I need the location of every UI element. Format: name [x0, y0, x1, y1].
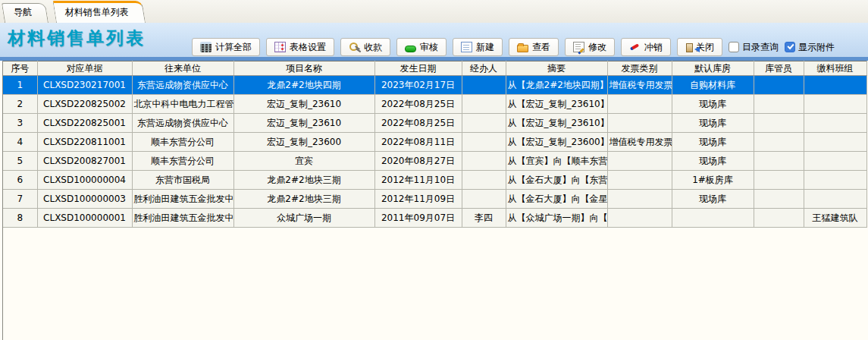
cell[interactable]: CLXSD100000003 [37, 190, 132, 209]
col-partner[interactable]: 往来单位 [132, 61, 233, 76]
cell[interactable]: 4 [3, 133, 37, 152]
cell[interactable]: 2 [3, 95, 37, 114]
col-seq[interactable]: 序号 [3, 61, 37, 76]
cell[interactable] [804, 152, 866, 171]
table-row[interactable]: 6CLXSD100000004东营市国税局龙鼎2#2地块三期2012年11月10… [3, 171, 866, 190]
writeoff-button[interactable]: 冲销 [621, 38, 671, 56]
cell[interactable]: 现场库 [672, 114, 754, 133]
table-row[interactable]: 7CLXSD100000003胜利油田建筑五金批发中心龙鼎2#2地块三期2012… [3, 190, 866, 209]
col-warehouse-keeper[interactable]: 库管员 [754, 61, 804, 76]
directory-query-checkbox[interactable]: 目录查询 [729, 41, 779, 54]
cell[interactable]: 从【金石大厦】向【东营市 [506, 171, 607, 190]
cell[interactable]: CLXSD220825002 [37, 95, 132, 114]
cell[interactable]: 宏迈_复制_23610 [233, 95, 374, 114]
cell[interactable]: 现场库 [672, 133, 754, 152]
cell[interactable]: 6 [3, 171, 37, 190]
checkbox-icon[interactable] [729, 42, 739, 52]
cell[interactable] [804, 190, 866, 209]
cell[interactable] [754, 95, 804, 114]
cell[interactable]: 增值税专用发票 [607, 133, 672, 152]
cell[interactable]: 从【众城广场一期】向【众 [506, 209, 607, 228]
cell[interactable] [607, 209, 672, 228]
cell[interactable]: 东营远成物资供应中心 [132, 114, 233, 133]
cell[interactable]: 从【龙鼎2#2地块四期】向【 [506, 76, 607, 95]
cell[interactable]: 2011年09月07日 [374, 209, 462, 228]
cell[interactable] [804, 171, 866, 190]
cell[interactable] [607, 190, 672, 209]
cell[interactable]: 龙鼎2#2地块三期 [233, 190, 374, 209]
cell[interactable]: 东营市国税局 [132, 171, 233, 190]
cell[interactable]: CLXSD230217001 [37, 76, 132, 95]
table-row[interactable]: 8CLXSD100000001胜利油田建筑五金批发中心众城广场一期2011年09… [3, 209, 866, 228]
cell[interactable] [462, 133, 506, 152]
cell[interactable]: 2020年08月27日 [374, 152, 462, 171]
cell[interactable]: 自购材料库 [672, 76, 754, 95]
show-attachment-checkbox[interactable]: 显示附件 [785, 41, 835, 54]
cell[interactable]: 从【宏迈_复制_23610】向 [506, 95, 607, 114]
cell[interactable]: 2023年02月17日 [374, 76, 462, 95]
cell[interactable] [462, 171, 506, 190]
cell[interactable] [462, 95, 506, 114]
table-row[interactable]: 3CLXSD220825001东营远成物资供应中心宏迈_复制_236102022… [3, 114, 866, 133]
cell[interactable]: 从【宏迈_复制_23600】向 [506, 133, 607, 152]
cell[interactable] [607, 171, 672, 190]
close-button[interactable]: 关闭 [677, 38, 722, 56]
tab-material-sales-list[interactable]: 材料销售单列表 [56, 1, 146, 23]
cell[interactable] [754, 152, 804, 171]
col-date[interactable]: 发生日期 [374, 61, 462, 76]
cell[interactable]: 龙鼎2#2地块三期 [233, 171, 374, 190]
cell[interactable]: CLXSD200827001 [37, 152, 132, 171]
cell[interactable] [672, 209, 754, 228]
col-summary[interactable]: 摘要 [506, 61, 607, 76]
col-default-warehouse[interactable]: 默认库房 [672, 61, 754, 76]
cell[interactable]: 现场库 [672, 190, 754, 209]
cell[interactable]: 胜利油田建筑五金批发中心 [132, 190, 233, 209]
cell[interactable]: 宏迈_复制_23600 [233, 133, 374, 152]
cell[interactable] [754, 190, 804, 209]
view-button[interactable]: 查看 [509, 38, 559, 56]
calculate-all-button[interactable]: 计算全部 [192, 38, 260, 56]
cell[interactable]: 2022年08月25日 [374, 114, 462, 133]
table-settings-button[interactable]: 表格设置 [266, 38, 334, 56]
cell[interactable] [462, 76, 506, 95]
cell[interactable]: 李四 [462, 209, 506, 228]
cell[interactable]: 从【金石大厦】向【金星建 [506, 190, 607, 209]
col-handler[interactable]: 经办人 [462, 61, 506, 76]
cell[interactable]: 顺丰东营分公司 [132, 152, 233, 171]
tab-navigation[interactable]: 导航 [5, 3, 49, 23]
cell[interactable]: 5 [3, 152, 37, 171]
cell[interactable]: CLXSD100000004 [37, 171, 132, 190]
modify-button[interactable]: 修改 [565, 38, 615, 56]
new-button[interactable]: 新建 [453, 38, 503, 56]
cell[interactable]: 8 [3, 209, 37, 228]
cell[interactable] [804, 76, 866, 95]
cell[interactable] [607, 95, 672, 114]
cell[interactable] [804, 114, 866, 133]
cell[interactable]: 众城广场一期 [233, 209, 374, 228]
cell[interactable]: CLXSD220811001 [37, 133, 132, 152]
collect-payment-button[interactable]: 收款 [340, 38, 390, 56]
table-row[interactable]: 1CLXSD230217001东营远成物资供应中心龙鼎2#2地块四期2023年0… [3, 76, 866, 95]
col-document-no[interactable]: 对应单据 [37, 61, 132, 76]
cell[interactable]: 龙鼎2#2地块四期 [233, 76, 374, 95]
cell[interactable]: 2022年08月25日 [374, 95, 462, 114]
cell[interactable]: 现场库 [672, 152, 754, 171]
cell[interactable]: 现场库 [672, 95, 754, 114]
cell[interactable]: CLXSD100000001 [37, 209, 132, 228]
cell[interactable]: 宜宾 [233, 152, 374, 171]
cell[interactable]: 3 [3, 114, 37, 133]
cell[interactable] [754, 171, 804, 190]
col-material-team[interactable]: 缴料班组 [804, 61, 866, 76]
table-row[interactable]: 4CLXSD220811001顺丰东营分公司宏迈_复制_236002022年08… [3, 133, 866, 152]
cell[interactable] [804, 95, 866, 114]
cell[interactable] [754, 133, 804, 152]
cell[interactable]: 2012年11月10日 [374, 171, 462, 190]
table-row[interactable]: 5CLXSD200827001顺丰东营分公司宜宾2020年08月27日从【宜宾】… [3, 152, 866, 171]
cell[interactable]: 东营远成物资供应中心 [132, 76, 233, 95]
cell[interactable]: 宏迈_复制_23610 [233, 114, 374, 133]
table-row[interactable]: 2CLXSD220825002北京中科中电电力工程管理宏迈_复制_2361020… [3, 95, 866, 114]
cell[interactable]: 2012年11月09日 [374, 190, 462, 209]
cell[interactable]: 从【宜宾】向【顺丰东营分 [506, 152, 607, 171]
col-project[interactable]: 项目名称 [233, 61, 374, 76]
audit-button[interactable]: 审核 [396, 38, 447, 56]
